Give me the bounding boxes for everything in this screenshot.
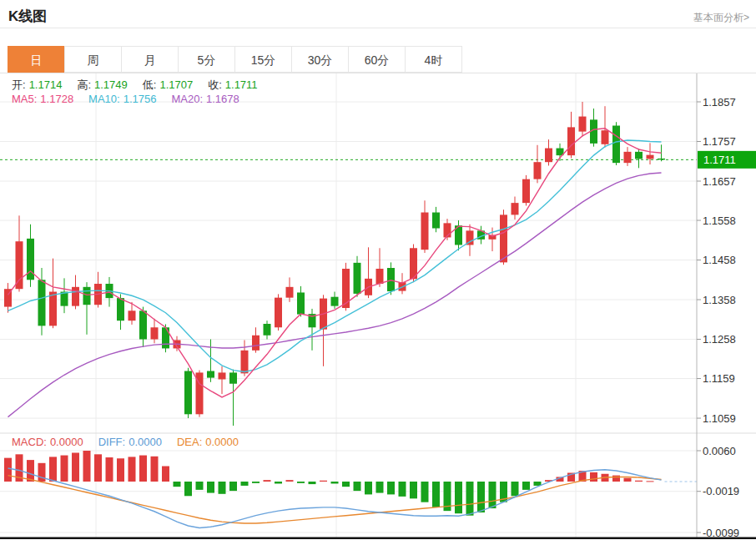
candle-body <box>275 298 282 328</box>
legend-value: 1.1756 <box>123 93 157 105</box>
candle-body <box>264 324 271 336</box>
macd-bar <box>219 482 226 494</box>
tab-4时[interactable]: 4时 <box>405 46 462 73</box>
macd-bar <box>151 457 159 482</box>
candle-body <box>579 117 587 132</box>
legend-value: 1.1678 <box>206 93 239 105</box>
kline-widget: { "header": { "title": "K线图", "link": "基… <box>0 0 756 540</box>
legend-label: DIFF: <box>98 436 126 448</box>
macd-bar <box>512 482 519 496</box>
candle-body <box>432 213 440 229</box>
legend-value: 0.0000 <box>205 436 239 448</box>
macd-bar <box>241 482 249 486</box>
macd-bar <box>365 482 372 494</box>
macd-axis-label: -0.0019 <box>703 485 739 497</box>
candle-body <box>635 152 643 159</box>
candle-body <box>83 287 91 305</box>
macd-bar <box>162 467 169 482</box>
macd-bar <box>61 456 68 482</box>
tab-周[interactable]: 周 <box>64 46 122 73</box>
legend-value: 0.0000 <box>50 436 83 448</box>
candle-body <box>129 310 136 320</box>
macd-bar <box>275 482 282 483</box>
candle-body <box>512 203 519 214</box>
candle-body <box>207 371 214 378</box>
chart-svg[interactable]: 1.18571.17571.16571.15581.14581.13581.12… <box>0 73 756 540</box>
macd-bar <box>4 458 12 482</box>
legend-label: DEA: <box>177 436 202 448</box>
candle-body <box>162 327 169 348</box>
macd-bar <box>399 482 406 497</box>
candle-body <box>376 269 384 284</box>
tab-日[interactable]: 日 <box>8 46 65 73</box>
candle-body <box>342 269 350 308</box>
macd-bar <box>229 482 237 491</box>
candle-body <box>647 155 654 159</box>
legend-label: MACD: <box>12 436 47 448</box>
price-axis-label: 1.1159 <box>703 372 735 385</box>
candle-body <box>612 126 620 164</box>
legend-label: 开: <box>12 78 26 91</box>
macd-bar <box>117 458 124 482</box>
macd-axis-label: 0.0060 <box>703 445 736 457</box>
price-axis-label: 1.1059 <box>703 412 736 425</box>
page-title: K线图 <box>8 7 47 26</box>
macd-bar <box>387 482 395 494</box>
bottom-border <box>0 537 756 540</box>
macd-bar <box>410 482 417 498</box>
macd-bar <box>139 456 147 482</box>
macd-bar <box>421 482 429 502</box>
macd-bar <box>522 482 530 490</box>
legend-value: 1.1728 <box>40 93 73 105</box>
macd-bar <box>320 481 327 482</box>
legend-value: 0.0000 <box>129 436 162 448</box>
timeframe-tabbar: 日周月5分15分30分60分4时 <box>8 46 462 73</box>
macd-bar <box>342 482 350 487</box>
macd-bar <box>376 482 384 493</box>
current-price-badge-label: 1.1711 <box>703 154 736 166</box>
macd-bar <box>207 482 214 493</box>
price-axis-label: 1.1857 <box>703 96 736 109</box>
candle-body <box>117 298 124 320</box>
macd-bar <box>174 482 181 487</box>
macd-bar <box>331 482 339 483</box>
macd-bar <box>489 482 496 508</box>
candle-body <box>602 130 609 144</box>
candle-body <box>354 263 361 294</box>
macd-bar <box>38 463 46 482</box>
candle-body <box>522 179 530 204</box>
macd-bar <box>83 451 91 482</box>
tab-5分[interactable]: 5分 <box>178 46 235 73</box>
price-axis-label: 1.1458 <box>703 254 736 266</box>
legend-label: 低: <box>143 78 157 91</box>
candle-body <box>229 372 237 383</box>
candle-body <box>331 297 339 306</box>
fundamental-analysis-link[interactable]: 基本面分析> <box>693 11 749 25</box>
legend-value: 1.1711 <box>225 78 258 91</box>
ohlc-legend: 开:1.1714高:1.1749低:1.1707收:1.1711 <box>12 78 273 93</box>
macd-bar <box>647 481 654 482</box>
macd-bar <box>455 482 462 513</box>
price-axis-label: 1.1657 <box>703 175 736 188</box>
macd-bar <box>624 478 632 482</box>
macd-bar <box>196 482 204 490</box>
price-axis-label: 1.1558 <box>703 214 736 227</box>
macd-bar <box>432 482 440 507</box>
legend-value: 1.1714 <box>29 78 63 91</box>
macd-bar <box>477 482 485 512</box>
tab-月[interactable]: 月 <box>121 46 179 73</box>
macd-legend: MACD:0.0000DIFF:0.0000DEA:0.0000 <box>12 436 254 448</box>
tab-60分[interactable]: 60分 <box>348 46 406 73</box>
macd-bar <box>635 481 643 482</box>
macd-bar <box>94 454 102 482</box>
tab-15分[interactable]: 15分 <box>234 46 292 73</box>
macd-bar <box>297 482 305 483</box>
macd-bar <box>264 480 271 482</box>
price-axis-label: 1.1757 <box>703 135 736 148</box>
tab-30分[interactable]: 30分 <box>291 46 349 73</box>
macd-bar <box>252 482 260 483</box>
ma10-line <box>8 140 662 371</box>
legend-label: 高: <box>77 78 91 91</box>
macd-bar <box>309 482 316 484</box>
candle-body <box>500 214 507 262</box>
